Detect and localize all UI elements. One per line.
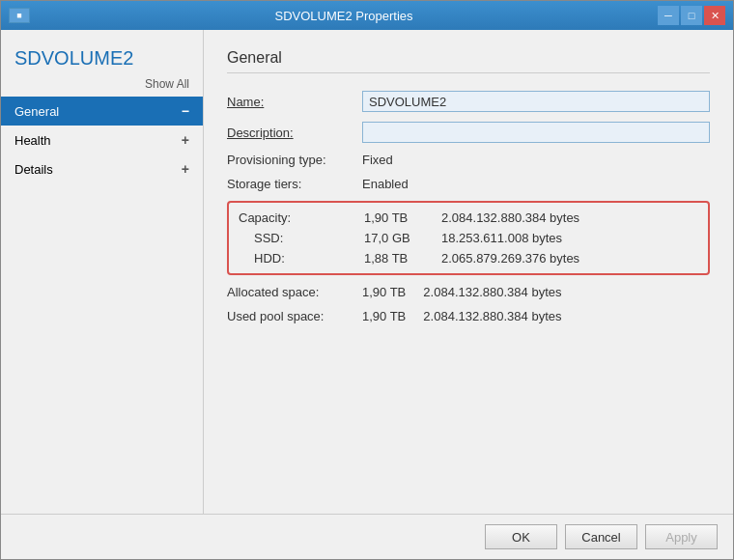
window-body: SDVOLUME2 Show All General − Health + De… [1, 30, 733, 514]
show-all-label: Show All [1, 75, 203, 97]
window-controls: ─ □ ✕ [658, 6, 725, 25]
used-pool-label: Used pool space: [227, 309, 362, 323]
description-label: Description: [227, 126, 362, 140]
window-title: SDVOLUME2 Properties [30, 9, 658, 23]
title-bar: ■ SDVOLUME2 Properties ─ □ ✕ [1, 1, 733, 30]
window-icon: ■ [9, 8, 30, 23]
capacity-row: Capacity: 1,90 TB 2.084.132.880.384 byte… [239, 210, 698, 225]
capacity-value1: 1,90 TB [364, 210, 441, 225]
hdd-value2: 2.065.879.269.376 bytes [441, 251, 579, 266]
description-input[interactable] [362, 122, 710, 143]
used-pool-value: 1,90 TB 2.084.132.880.384 bytes [362, 309, 710, 323]
sidebar-item-details[interactable]: Details + [1, 154, 203, 183]
cancel-button[interactable]: Cancel [565, 524, 637, 549]
maximize-button[interactable]: □ [681, 6, 702, 25]
section-heading: General [227, 49, 710, 73]
sidebar-details-icon: + [182, 161, 189, 177]
sidebar: SDVOLUME2 Show All General − Health + De… [1, 30, 204, 514]
sidebar-item-general[interactable]: General − [1, 97, 203, 126]
storage-tiers-row: Storage tiers: Enabled [227, 177, 710, 191]
hdd-label: HDD: [239, 251, 364, 266]
close-button[interactable]: ✕ [704, 6, 725, 25]
name-row: Name: [227, 91, 710, 112]
capacity-label: Capacity: [239, 210, 364, 225]
ssd-value2: 18.253.611.008 bytes [441, 231, 562, 245]
provisioning-row: Provisioning type: Fixed [227, 153, 710, 167]
allocated-row: Allocated space: 1,90 TB 2.084.132.880.3… [227, 285, 710, 299]
provisioning-value: Fixed [362, 153, 710, 167]
footer: OK Cancel Apply [1, 514, 733, 559]
hdd-value1: 1,88 TB [364, 251, 441, 266]
properties-window: ■ SDVOLUME2 Properties ─ □ ✕ SDVOLUME2 S… [0, 0, 734, 560]
minimize-button[interactable]: ─ [658, 6, 679, 25]
storage-tiers-value: Enabled [362, 177, 710, 191]
sidebar-health-icon: + [182, 132, 189, 148]
capacity-value2: 2.084.132.880.384 bytes [441, 210, 579, 225]
allocated-label: Allocated space: [227, 285, 362, 299]
description-row: Description: [227, 122, 710, 143]
hdd-row: HDD: 1,88 TB 2.065.879.269.376 bytes [239, 251, 698, 266]
capacity-highlighted-box: Capacity: 1,90 TB 2.084.132.880.384 byte… [227, 201, 710, 275]
allocated-value: 1,90 TB 2.084.132.880.384 bytes [362, 285, 710, 299]
ok-button[interactable]: OK [485, 524, 557, 549]
used-pool-row: Used pool space: 1,90 TB 2.084.132.880.3… [227, 309, 710, 323]
storage-tiers-label: Storage tiers: [227, 177, 362, 191]
name-input[interactable] [362, 91, 710, 112]
ssd-label: SSD: [239, 231, 364, 245]
provisioning-label: Provisioning type: [227, 153, 362, 167]
sidebar-item-health[interactable]: Health + [1, 126, 203, 154]
ssd-row: SSD: 17,0 GB 18.253.611.008 bytes [239, 231, 698, 245]
ssd-value1: 17,0 GB [364, 231, 441, 245]
sidebar-title: SDVOLUME2 [1, 40, 203, 75]
main-content: General Name: Description: Provisioning … [204, 30, 733, 514]
sidebar-general-icon: − [182, 103, 189, 119]
name-label: Name: [227, 95, 362, 109]
apply-button[interactable]: Apply [645, 524, 718, 549]
